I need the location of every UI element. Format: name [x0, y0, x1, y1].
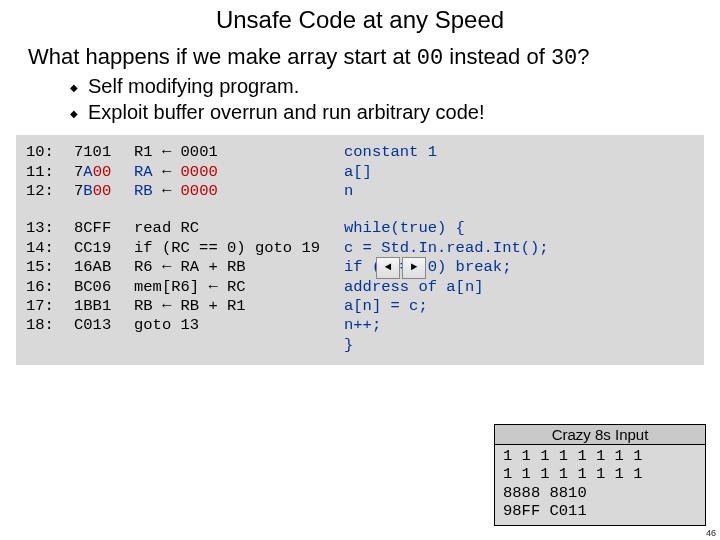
addr: 16: — [26, 278, 74, 297]
bullet-item: ◆Exploit buffer overrun and run arbitrar… — [70, 101, 720, 127]
hex: C013 — [74, 316, 134, 335]
asm: read RC — [134, 219, 344, 238]
crazy-body: 1 1 1 1 1 1 1 1 1 1 1 1 1 1 1 1 8888 881… — [495, 445, 705, 525]
asm: 0001 — [181, 143, 218, 161]
asm: RA — [134, 163, 153, 181]
code-block: 10: 11: 12: 7101 7A00 7B00 R1 ← 0001 RA … — [16, 135, 704, 365]
asm: 0000 — [181, 182, 218, 200]
question-post: ? — [577, 44, 589, 69]
comment: constant 1 — [344, 143, 694, 162]
slide-title: Unsafe Code at any Speed — [0, 6, 720, 34]
hex: 7B00 — [74, 182, 111, 200]
hex: BC06 — [74, 278, 134, 297]
asm: RB ← RB + R1 — [134, 297, 344, 316]
bullet-text: Exploit buffer overrun and run arbitrary… — [88, 101, 485, 124]
c-line: address of a[n] — [344, 278, 694, 297]
c-line: } — [344, 336, 694, 355]
hex: 7101 — [74, 143, 111, 161]
addr: 18: — [26, 316, 74, 335]
asm: RB — [134, 182, 153, 200]
asm: R1 — [134, 143, 153, 161]
addr: 11: — [26, 163, 74, 182]
addr: 12: — [26, 182, 74, 201]
addr-col: 13: 14: 15: 16: 17: 18: — [26, 219, 74, 355]
hex: 8CFF — [74, 219, 134, 238]
crazy-input-box: Crazy 8s Input 1 1 1 1 1 1 1 1 1 1 1 1 1… — [494, 424, 706, 526]
asm: R6 ← RA + RB — [134, 258, 344, 277]
hex: 16AB — [74, 258, 134, 277]
arrow-left-icon: ← — [162, 258, 171, 276]
hex: 7A00 — [74, 163, 111, 181]
asm: 0000 — [181, 163, 218, 181]
c-line: c = Std.In.read.Int(); — [344, 239, 694, 258]
question-pre: What happens if we make array start at — [28, 44, 417, 69]
bullet-item: ◆Self modifying program. — [70, 75, 720, 101]
arrow-left-icon: ← — [162, 143, 171, 161]
c-line: a[n] = c; — [344, 297, 694, 316]
hex: 1BB1 — [74, 297, 134, 316]
arrow-left-icon: ← — [208, 278, 217, 296]
asm: mem[R6] ← RC — [134, 278, 344, 297]
arrow-left-icon: ← — [162, 182, 171, 200]
prev-button[interactable]: ◄ — [376, 257, 400, 279]
nav-buttons: ◄ ► — [376, 257, 426, 279]
crazy-title: Crazy 8s Input — [495, 425, 705, 445]
asm: if (RC == 0) goto 19 — [134, 239, 344, 258]
next-button[interactable]: ► — [402, 257, 426, 279]
addr: 10: — [26, 143, 74, 162]
question-code2: 30 — [551, 46, 577, 71]
slide-question: What happens if we make array start at 0… — [28, 44, 696, 71]
question-code1: 00 — [417, 46, 443, 71]
addr: 15: — [26, 258, 74, 277]
hex-col: 8CFF CC19 16AB BC06 1BB1 C013 — [74, 219, 134, 355]
addr: 13: — [26, 219, 74, 238]
c-line: while(true) { — [344, 219, 694, 238]
comment-col: constant 1 a[] n — [344, 143, 694, 201]
arrow-left-icon: ← — [162, 297, 171, 315]
bullet-list: ◆Self modifying program. ◆Exploit buffer… — [70, 75, 720, 127]
comment: a[] — [344, 163, 694, 182]
c-code-col: while(true) { c = Std.In.read.Int(); if … — [344, 219, 694, 355]
hex: CC19 — [74, 239, 134, 258]
bullet-text: Self modifying program. — [88, 75, 299, 98]
hex-col: 7101 7A00 7B00 — [74, 143, 134, 201]
comment: n — [344, 182, 694, 201]
page-number: 46 — [706, 528, 716, 538]
addr: 17: — [26, 297, 74, 316]
addr: 14: — [26, 239, 74, 258]
question-mid: instead of — [443, 44, 551, 69]
asm-col: R1 ← 0001 RA ← 0000 RB ← 0000 — [134, 143, 344, 201]
bullet-icon: ◆ — [70, 101, 88, 127]
c-line: n++; — [344, 316, 694, 335]
addr-col: 10: 11: 12: — [26, 143, 74, 201]
bullet-icon: ◆ — [70, 75, 88, 101]
asm: goto 13 — [134, 316, 344, 335]
asm-col: read RC if (RC == 0) goto 19 R6 ← RA + R… — [134, 219, 344, 355]
arrow-left-icon: ← — [162, 163, 171, 181]
